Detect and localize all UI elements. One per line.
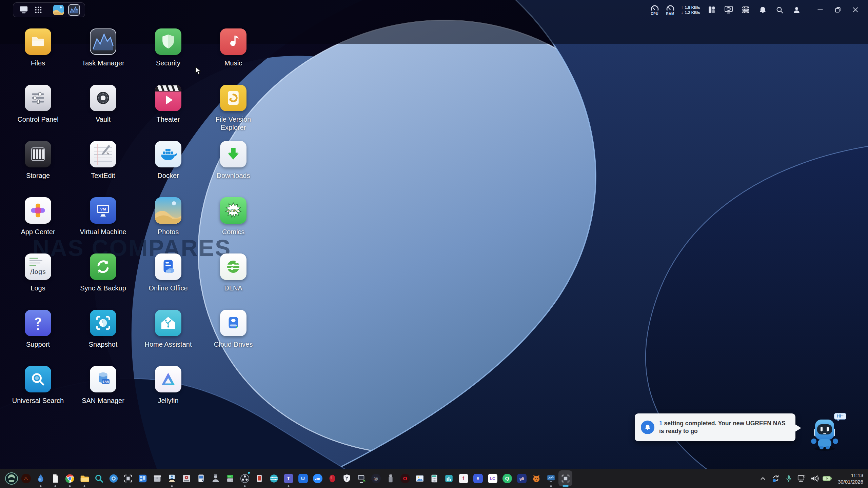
taskbar-item-stats-app[interactable] [441,469,456,488]
svg-text:/logs: /logs [30,268,46,275]
desktop-app-dlna[interactable] [220,253,246,280]
taskbar-item-torrent-app[interactable] [33,469,48,488]
tray-battery-icon[interactable] [822,472,832,485]
taskbar-item-chrome[interactable] [62,469,77,488]
desktop-app-label: Snapshot [89,340,118,348]
taskbar-item-photo-viewer[interactable] [412,469,427,488]
taskbar-item-shield-app[interactable] [339,469,354,488]
taskbar-item-monitor-chart-app[interactable] [544,469,558,488]
taskbar-item-teams[interactable]: T [281,469,296,488]
desktop-app-san-manager[interactable]: SAN [90,366,116,392]
network-speeds[interactable]: ↑1.8 KB/s ↓1.2 KB/s [681,5,700,15]
desktop-app-label: Logs [31,284,45,292]
assistant-robot[interactable] [808,415,841,453]
notification-toast[interactable]: 1 setting completed. Your new UGREEN NAS… [635,413,795,441]
taskbar-clock[interactable]: 11:13 30/01/2026 [838,472,863,485]
restore-button[interactable] [832,4,844,16]
taskbar-item-firewall-app[interactable]: ♨ [19,469,33,488]
taskbar-item-remote-pc-app[interactable] [164,469,179,488]
taskbar-item-calculator[interactable] [427,469,441,488]
pinned-photos-app[interactable] [53,5,64,15]
desktop-app-photos[interactable] [155,197,181,224]
taskbar-item-profile-app[interactable] [208,469,223,488]
taskbar-item-q-connect-app[interactable]: Q [500,469,514,488]
cpu-gauge[interactable]: CPU [650,4,659,16]
task-list-icon[interactable] [740,4,751,15]
taskbar-item-database-app[interactable] [252,469,267,488]
show-desktop-icon[interactable] [19,5,29,15]
user-icon[interactable] [791,4,802,15]
taskbar-item-opera[interactable]: O [398,469,412,488]
desktop-app-logs[interactable]: /logs [25,253,51,280]
ram-gauge[interactable]: RAM [666,4,675,16]
desktop-app-jellyfin[interactable] [155,366,181,392]
pinned-task-manager-app[interactable] [69,5,79,15]
taskbar-item-media-disc-app[interactable] [267,469,281,488]
desktop-app-file-version-explorer[interactable] [220,85,246,111]
desktop-app-music[interactable] [220,28,246,55]
taskbar-item-oo-app[interactable]: ◎ [369,469,383,488]
search-icon[interactable] [774,4,785,15]
taskbar-item-fox-app[interactable] [529,469,544,488]
taskbar-item-nas-remote-window[interactable] [558,469,573,488]
taskbar-item-zoom[interactable]: zm [310,469,325,488]
taskbar-item-obs-studio[interactable] [237,469,252,488]
taskbar-item-file-explorer[interactable] [77,469,92,488]
taskbar-item-grid-app[interactable] [135,469,150,488]
desktop-app-virtual-machine[interactable]: VM [90,197,116,224]
desktop-app-app-center[interactable] [25,197,51,224]
desktop-app-vault[interactable] [90,85,116,111]
taskbar-item-gli-app[interactable]: gli [514,469,529,488]
close-button[interactable] [850,4,861,16]
taskbar-item-tablet-app[interactable] [194,469,208,488]
app-launcher-icon[interactable] [34,5,43,14]
minimize-button[interactable] [814,4,826,16]
taskbar-item-camera-app[interactable] [106,469,121,488]
download-arrow-icon: ↓ [681,10,685,15]
desktop-app-task-manager[interactable] [90,28,116,55]
desktop-app-snapshot[interactable] [90,310,116,336]
desktop-app-storage[interactable] [25,141,51,167]
desktop-app-downloads[interactable] [220,141,246,167]
tray-sync-icon[interactable] [771,472,781,485]
taskbar-item-lc-app[interactable]: LC [485,469,500,488]
taskbar-item-usb-tool[interactable] [383,469,398,488]
tray-date: 30/01/2026 [838,479,863,485]
desktop-app-online-office[interactable] [155,253,181,280]
desktop-app-universal-search[interactable] [25,366,51,392]
desktop-app-cloud-drives[interactable] [220,310,246,336]
desktop-app-textedit[interactable] [90,141,116,167]
tray-display-usb-icon[interactable] [796,472,807,485]
remote-screen-icon[interactable] [723,4,734,15]
desktop-app-label: File Version Explorer [202,115,264,131]
taskbar-item-snip-tool[interactable] [121,469,135,488]
taskbar-item-pc-update-app[interactable] [354,469,369,488]
widgets-icon[interactable] [706,4,717,15]
desktop-app-control-panel[interactable] [25,85,51,111]
notifications-bell-icon[interactable] [757,4,768,15]
desktop-app-label: Control Panel [17,115,58,123]
taskbar-item-u-app[interactable]: U [296,469,310,488]
taskbar-item-font-app[interactable]: f [456,469,471,488]
taskbar-item-disk-manager[interactable] [223,469,237,488]
topbar-pinned-pill [13,2,85,17]
desktop-app-home-assistant[interactable] [155,310,181,336]
tray-microphone-icon[interactable] [784,472,794,485]
desktop-app-comics[interactable]: WOW! [220,197,246,224]
system-tray: 11:13 30/01/2026 [758,469,868,488]
taskbar-item-film-app[interactable] [179,469,194,488]
desktop-app-theater[interactable] [155,85,181,111]
taskbar-item-vault-box-app[interactable] [150,469,164,488]
taskbar-item-search-app[interactable] [92,469,106,488]
desktop-app-docker[interactable] [155,141,181,167]
taskbar-item-start[interactable] [4,469,19,488]
desktop-app-security[interactable] [155,28,181,55]
desktop-app-files[interactable] [25,28,51,55]
desktop-app-sync-backup[interactable] [90,253,116,280]
taskbar-item-notepad[interactable] [48,469,62,488]
desktop-app-support[interactable]: ? [25,310,51,336]
tray-chevron-up-icon[interactable] [758,472,768,485]
taskbar-item-meta-app[interactable]: // [471,469,485,488]
tray-volume-icon[interactable] [809,472,820,485]
taskbar-item-red-media-app[interactable] [325,469,339,488]
